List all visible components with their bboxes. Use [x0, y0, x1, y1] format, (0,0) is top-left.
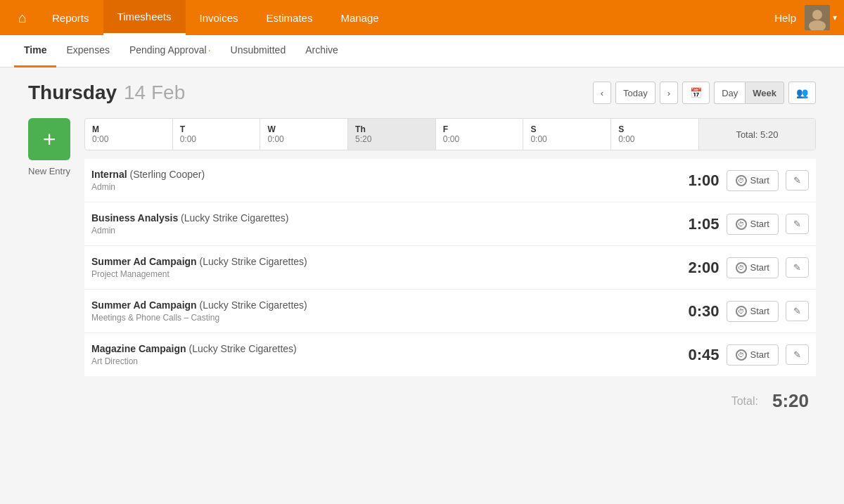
entry-title-1: Internal (Sterling Cooper)	[91, 169, 670, 180]
edit-icon-4: ✎	[793, 306, 801, 316]
entry-task-3: Project Management	[91, 269, 670, 279]
edit-button-5[interactable]: ✎	[786, 344, 809, 365]
entry-duration-1: 1:00	[677, 172, 720, 190]
subnav-pending-approval[interactable]: Pending Approval·	[120, 35, 221, 67]
edit-icon-5: ✎	[793, 349, 801, 360]
calendar-button[interactable]: 📅	[682, 82, 710, 104]
day-time-th: 5:20	[355, 134, 428, 144]
subnav-archive[interactable]: Archive	[295, 35, 348, 67]
start-button-2[interactable]: ⏱ Start	[727, 214, 779, 235]
main-content: Thursday 14 Feb ‹ Today › 📅 Day Week 👥 +	[0, 67, 844, 504]
top-nav: ⌂ Reports Timesheets Invoices Estimates …	[0, 0, 844, 35]
start-button-5[interactable]: ⏱ Start	[727, 344, 779, 366]
entry-task-5: Art Direction	[91, 356, 670, 366]
week-day-s1[interactable]: S 0:00	[523, 119, 611, 150]
subnav-expenses[interactable]: Expenses	[56, 35, 119, 67]
calendar-icon: 📅	[690, 87, 702, 98]
edit-button-4[interactable]: ✎	[786, 301, 809, 321]
subnav-unsubmitted[interactable]: Unsubmitted	[221, 35, 296, 67]
week-day-m[interactable]: M 0:00	[85, 119, 173, 150]
sub-nav: Time Expenses Pending Approval· Unsubmit…	[0, 35, 844, 67]
project-name-3: Summer Ad Campaign	[91, 256, 197, 267]
entry-task-4: Meetings & Phone Calls – Casting	[91, 313, 670, 323]
nav-item-timesheets[interactable]: Timesheets	[103, 0, 186, 35]
plus-icon: +	[43, 128, 56, 150]
day-time-s2: 0:00	[618, 134, 691, 144]
date-display: Thursday 14 Feb	[28, 82, 593, 104]
start-button-1[interactable]: ⏱ Start	[727, 170, 779, 191]
entry-info-3: Summer Ad Campaign (Lucky Strike Cigaret…	[91, 256, 670, 279]
day-name-s1: S	[530, 124, 603, 134]
week-day-w[interactable]: W 0:00	[260, 119, 348, 150]
nav-items: Reports Timesheets Invoices Estimates Ma…	[38, 0, 774, 35]
total-label: Total:	[731, 395, 758, 408]
timer-icon-5: ⏱	[736, 349, 747, 361]
edit-button-1[interactable]: ✎	[786, 170, 809, 190]
new-entry-button[interactable]: +	[28, 118, 70, 160]
help-link[interactable]: Help	[774, 12, 796, 24]
edit-button-2[interactable]: ✎	[786, 214, 809, 234]
prev-day-button[interactable]: ‹	[593, 82, 611, 104]
day-view-button[interactable]: Day	[714, 82, 745, 104]
week-day-f[interactable]: F 0:00	[436, 119, 524, 150]
home-icon: ⌂	[18, 10, 27, 26]
home-button[interactable]: ⌂	[7, 2, 38, 33]
project-name-1: Internal	[91, 169, 127, 180]
table-row: Business Analysis (Lucky Strike Cigarett…	[84, 202, 816, 246]
entry-task-2: Admin	[91, 226, 670, 235]
people-button[interactable]: 👥	[788, 82, 816, 104]
header-row: Thursday 14 Feb ‹ Today › 📅 Day Week 👥	[28, 82, 816, 104]
timer-icon-4: ⏱	[736, 306, 747, 317]
edit-icon-2: ✎	[793, 219, 801, 229]
week-day-th[interactable]: Th 5:20	[348, 119, 436, 150]
nav-item-manage[interactable]: Manage	[326, 0, 392, 35]
table-row: Summer Ad Campaign (Lucky Strike Cigaret…	[84, 246, 816, 290]
avatar	[805, 5, 830, 30]
new-entry-label: New Entry	[28, 166, 70, 176]
day-time-s1: 0:00	[530, 134, 603, 144]
subnav-time[interactable]: Time	[14, 35, 56, 67]
start-label-1: Start	[750, 175, 769, 186]
avatar-wrapper[interactable]: ▾	[805, 5, 837, 30]
day-time-m: 0:00	[92, 134, 165, 144]
timer-icon-2: ⏱	[736, 219, 747, 230]
start-button-4[interactable]: ⏱ Start	[727, 301, 779, 322]
date-date: 14 Feb	[124, 82, 185, 104]
start-label-5: Start	[750, 349, 769, 360]
nav-item-estimates[interactable]: Estimates	[252, 0, 327, 35]
view-toggle: Day Week	[714, 82, 784, 104]
week-view-button[interactable]: Week	[745, 82, 784, 104]
nav-item-invoices[interactable]: Invoices	[186, 0, 252, 35]
day-name-f: F	[443, 124, 516, 134]
entry-title-3: Summer Ad Campaign (Lucky Strike Cigaret…	[91, 256, 670, 267]
day-name-m: M	[92, 124, 165, 134]
nav-item-reports[interactable]: Reports	[38, 0, 103, 35]
day-name-w: W	[267, 124, 340, 134]
today-button[interactable]: Today	[615, 82, 656, 104]
date-weekday: Thursday	[28, 82, 117, 104]
entries-list: Internal (Sterling Cooper) Admin 1:00 ⏱ …	[84, 159, 816, 376]
chevron-down-icon: ▾	[833, 13, 837, 22]
week-total: Total: 5:20	[699, 119, 815, 150]
edit-icon-3: ✎	[793, 262, 801, 273]
entry-title-5: Magazine Campaign (Lucky Strike Cigarett…	[91, 343, 670, 354]
entry-duration-5: 0:45	[677, 346, 720, 364]
week-day-t[interactable]: T 0:00	[173, 119, 261, 150]
week-header: M 0:00 T 0:00 W 0:00 Th 5:20 F 0:00	[84, 118, 816, 150]
entry-info-4: Summer Ad Campaign (Lucky Strike Cigaret…	[91, 299, 670, 323]
start-label-2: Start	[750, 219, 769, 229]
svg-point-1	[812, 10, 822, 20]
edit-button-3[interactable]: ✎	[786, 257, 809, 278]
week-day-s2[interactable]: S 0:00	[611, 119, 699, 150]
entry-info-1: Internal (Sterling Cooper) Admin	[91, 169, 670, 192]
day-name-th: Th	[355, 124, 428, 134]
start-button-3[interactable]: ⏱ Start	[727, 257, 779, 278]
total-row: Total: 5:20	[84, 376, 816, 412]
entry-duration-4: 0:30	[677, 302, 720, 321]
people-icon: 👥	[796, 87, 808, 98]
next-day-button[interactable]: ›	[660, 82, 678, 104]
client-name-3: (Lucky Strike Cigarettes)	[200, 256, 307, 267]
table-row: Internal (Sterling Cooper) Admin 1:00 ⏱ …	[84, 159, 816, 202]
nav-right: Help ▾	[774, 5, 837, 30]
day-name-t: T	[180, 124, 253, 134]
